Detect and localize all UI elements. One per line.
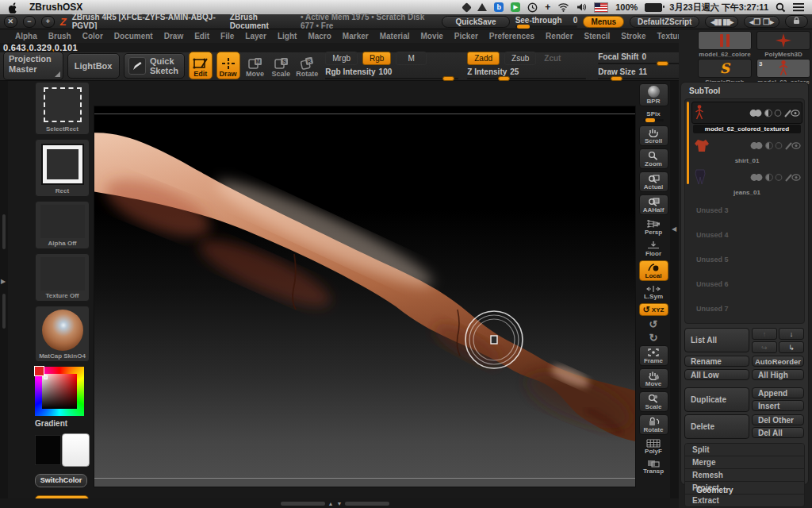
del-all-button[interactable]: Del All	[752, 427, 804, 438]
dropbox-icon[interactable]	[463, 2, 470, 13]
subtool-row-unused4[interactable]: Unused 4	[691, 223, 802, 248]
window-minimize-button[interactable]: −	[23, 16, 36, 28]
lightbox-button[interactable]: LightBox	[67, 53, 120, 79]
rename-button[interactable]: Rename	[684, 356, 749, 367]
move-nav-button[interactable]: Move	[639, 368, 668, 389]
subtool-row-unused6[interactable]: Unused 6	[691, 272, 802, 297]
insert-button[interactable]: Insert	[752, 400, 804, 411]
subtool-redo-button[interactable]: ↪	[752, 341, 777, 353]
draw-mode-button[interactable]: Draw	[216, 52, 240, 79]
ui-shrink-expand-buttons[interactable]: ◂▮▮ ▮▮▸	[705, 16, 738, 28]
rotate-cw-button[interactable]: ↻	[639, 332, 668, 343]
right-tray-divider[interactable]: ◀	[670, 81, 679, 498]
wifi-icon[interactable]	[557, 2, 569, 13]
list-all-button[interactable]: List All	[684, 328, 749, 352]
menu-marker[interactable]: Marker	[337, 31, 374, 41]
left-tray-divider[interactable]: ▶	[0, 81, 8, 498]
subtool-row-selected[interactable]	[691, 102, 802, 124]
all-low-button[interactable]: All Low	[684, 369, 749, 380]
color-swatches[interactable]	[35, 435, 90, 467]
scale-mode-button[interactable]: S Scale	[270, 52, 292, 79]
menu-layer[interactable]: Layer	[239, 31, 272, 41]
frame-button[interactable]: Frame	[639, 345, 668, 366]
color-picker[interactable]: Gradient	[35, 366, 90, 429]
remesh-section[interactable]: Remesh	[685, 468, 804, 481]
tray-handle-right[interactable]	[345, 502, 389, 506]
delete-button[interactable]: Delete	[684, 414, 749, 439]
menu-material[interactable]: Material	[374, 31, 416, 41]
tray-close-arrow-icon[interactable]: ◀	[672, 225, 676, 233]
mac-app-title[interactable]: ZBrushOSX	[29, 2, 82, 13]
zsub-button[interactable]: Zsub	[504, 52, 536, 65]
drive-icon[interactable]	[477, 2, 487, 13]
menu-light[interactable]: Light	[272, 31, 302, 41]
actual-button[interactable]: Actual	[639, 171, 668, 192]
subtool-header[interactable]: SubTool	[684, 85, 805, 98]
subtool-hook-button[interactable]: ↳	[779, 341, 804, 353]
m-button[interactable]: M	[396, 52, 426, 65]
apple-icon[interactable]	[8, 2, 18, 13]
default-zscript-button[interactable]: DefaultZScript	[630, 16, 699, 28]
spix-slider[interactable]: SPix	[639, 109, 668, 123]
main-color-swatch[interactable]	[35, 435, 61, 465]
stroke-selector[interactable]: SelectRect	[35, 82, 90, 135]
tray-down-arrow-icon[interactable]: ▼	[337, 501, 343, 506]
quick-sketch-button[interactable]: QuickSketch	[124, 53, 185, 79]
zoom-button[interactable]: Zoom	[639, 148, 668, 169]
polyf-button[interactable]: PolyF	[639, 437, 668, 456]
texture-selector[interactable]: Texture Off	[35, 253, 90, 302]
subtool-row-shirt[interactable]	[691, 135, 802, 156]
local-button[interactable]: Local	[639, 260, 668, 281]
palette-dock-buttons[interactable]: ◂❐ ❐▸	[744, 16, 779, 28]
volume-icon[interactable]	[576, 2, 587, 13]
menu-alpha[interactable]: Alpha	[10, 31, 43, 41]
b-menu-icon[interactable]: b	[494, 2, 504, 12]
subtool-row-icons[interactable]	[748, 108, 800, 118]
rgb-button[interactable]: Rgb	[362, 52, 391, 65]
menu-picker[interactable]: Picker	[449, 31, 484, 41]
xyz-button[interactable]: ↺XYZ	[639, 303, 668, 316]
material-selector[interactable]: MatCap SkinO4	[35, 306, 90, 362]
bpr-button[interactable]: BPR	[639, 83, 668, 106]
timemachine-icon[interactable]	[527, 2, 538, 13]
universal-access-icon[interactable]: +	[545, 2, 550, 13]
zcut-button[interactable]: Zcut	[541, 54, 564, 63]
transp-button[interactable]: Transp	[639, 458, 668, 475]
mrgb-button[interactable]: Mrgb	[325, 52, 358, 65]
rotate-mode-button[interactable]: R Rotate	[296, 52, 318, 79]
battery-icon[interactable]	[645, 2, 662, 13]
move-mode-button[interactable]: M Move	[244, 52, 266, 79]
split-section[interactable]: Split	[685, 444, 804, 456]
extract-section[interactable]: Extract	[685, 494, 804, 506]
rotate-nav-button[interactable]: Rotate	[639, 414, 668, 435]
bottom-tray-bar[interactable]: ▲ ▼	[0, 498, 670, 508]
rgb-intensity-slider[interactable]: Rgb Intensity100	[325, 67, 458, 79]
menu-macro[interactable]: Macro	[302, 31, 336, 41]
menubar-clock[interactable]: 3月23日週六 下午3:27:11	[669, 2, 768, 13]
rotate-ccw-button[interactable]: ↺	[639, 318, 668, 329]
document-canvas[interactable]	[94, 106, 636, 487]
window-zoom-button[interactable]: +	[41, 16, 55, 28]
subtool-down-button[interactable]: ↓	[779, 328, 804, 340]
menu-file[interactable]: File	[215, 31, 239, 41]
menu-preferences[interactable]: Preferences	[484, 31, 540, 41]
duplicate-button[interactable]: Duplicate	[684, 387, 749, 412]
scroll-button[interactable]: Scroll	[639, 125, 668, 146]
gradient-label[interactable]: Gradient	[35, 417, 67, 429]
aahalf-button[interactable]: AAHalf	[639, 194, 668, 215]
persp-button[interactable]: Persp	[639, 217, 668, 237]
spotlight-icon[interactable]	[776, 2, 786, 13]
scale-nav-button[interactable]: Scale	[639, 391, 668, 412]
zadd-button[interactable]: Zadd	[467, 52, 500, 65]
menu-draw[interactable]: Draw	[159, 31, 189, 41]
lsym-button[interactable]: L.Sym	[639, 283, 668, 301]
tool-thumb-1[interactable]: model_62_colore	[696, 31, 753, 58]
all-high-button[interactable]: All High	[752, 369, 804, 380]
see-through-slider[interactable]: See-through0	[515, 16, 578, 28]
menu-brush[interactable]: Brush	[43, 31, 77, 41]
z-intensity-slider[interactable]: Z Intensity25	[467, 67, 586, 79]
menu-stroke[interactable]: Stroke	[615, 31, 651, 41]
lock-icon[interactable]	[785, 15, 808, 28]
menu-edit[interactable]: Edit	[189, 31, 215, 41]
merge-section[interactable]: Merge	[685, 456, 804, 468]
